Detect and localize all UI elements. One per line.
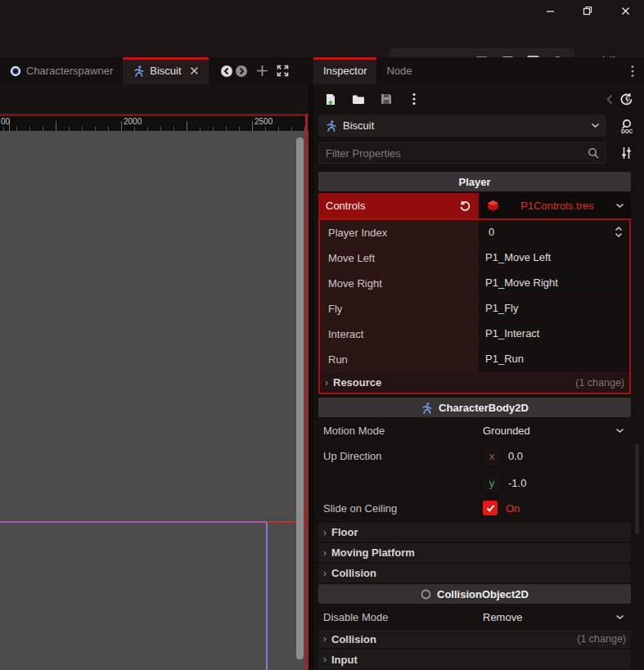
fold-row-input[interactable]: › Input xyxy=(318,650,631,669)
resource-cube-icon xyxy=(487,200,499,212)
fold-label: Moving Platform xyxy=(331,546,415,559)
expand-icon[interactable] xyxy=(277,65,289,77)
field-value: 0 xyxy=(489,226,494,238)
fold-row-moving-platform[interactable]: › Moving Platform xyxy=(318,543,631,562)
property-label: Controls xyxy=(326,200,365,212)
close-button[interactable] xyxy=(611,0,639,21)
chevron-down-icon xyxy=(591,123,600,128)
extra-options-icon xyxy=(620,146,633,160)
scene-tab-characterspawner[interactable]: Characterspawner xyxy=(0,57,123,84)
up-direction-x-spinbox[interactable]: x 0.0 xyxy=(479,447,631,465)
slide-on-ceiling-checkbox[interactable] xyxy=(483,501,498,515)
subresource-label-column: Player Index Move Left Move Right Fly In… xyxy=(320,220,479,372)
minimize-button[interactable] xyxy=(536,0,564,21)
object-history-button[interactable] xyxy=(613,92,639,106)
main-toolbar: Mobile xyxy=(0,21,644,57)
history-back-icon[interactable] xyxy=(606,94,613,105)
section-header-collisionobject2d[interactable]: CollisionObject2D xyxy=(318,584,631,604)
property-row-slide-on-ceiling: Slide on Ceiling On xyxy=(318,497,631,519)
minimize-icon xyxy=(546,7,555,16)
dropdown-value: Grounded xyxy=(483,425,530,437)
new-resource-button[interactable] xyxy=(318,88,343,110)
panel-menu-button[interactable] xyxy=(627,65,638,78)
change-badge: (1 change) xyxy=(577,633,626,645)
close-icon xyxy=(621,7,630,16)
property-row-disable-mode: Disable Mode Remove xyxy=(318,605,631,628)
property-label: Run xyxy=(320,347,479,372)
fold-row-floor[interactable]: › Floor xyxy=(318,523,631,542)
kebab-menu-icon xyxy=(412,92,416,106)
inspector-scrollbar[interactable] xyxy=(635,444,639,534)
field-value: P1_Interact xyxy=(485,327,540,339)
section-title: CharacterBody2D xyxy=(439,402,529,414)
revert-icon[interactable] xyxy=(459,200,471,212)
move-right-field[interactable]: P1_Move Right xyxy=(479,271,629,294)
maximize-icon xyxy=(583,6,592,16)
chevron-down-icon xyxy=(615,203,624,209)
character-body-icon xyxy=(325,119,337,132)
tab-node[interactable]: Node xyxy=(376,57,421,84)
controls-subresource-group: Player Index Move Left Move Right Fly In… xyxy=(318,218,631,394)
property-label: Move Left xyxy=(320,245,479,271)
axis-x-label: x xyxy=(483,447,501,465)
disable-mode-dropdown[interactable]: Remove xyxy=(479,611,631,623)
open-docs-icon: DOC xyxy=(619,119,634,134)
property-label: Player Index xyxy=(320,220,479,245)
extra-options-button[interactable] xyxy=(613,146,639,160)
canvas-vertical-scrollbar[interactable] xyxy=(296,137,304,659)
scene-tab-biscuit[interactable]: Biscuit xyxy=(123,57,208,84)
fold-label: Resource xyxy=(333,376,381,389)
canvas-background[interactable] xyxy=(0,131,308,670)
resource-fold-row[interactable]: › Resource (1 change) xyxy=(320,372,629,393)
up-direction-y-spinbox[interactable]: y -1.0 xyxy=(479,474,631,492)
open-docs-button[interactable]: DOC xyxy=(613,119,639,134)
close-tab-icon[interactable] xyxy=(190,66,199,75)
load-resource-icon xyxy=(352,94,365,105)
player-index-spinbox[interactable]: 0 xyxy=(479,220,629,243)
scene-tab-label: Biscuit xyxy=(150,65,181,77)
character-body-icon xyxy=(421,402,433,414)
tab-inspector[interactable]: Inspector xyxy=(313,57,376,84)
property-row-up-direction-y: y -1.0 xyxy=(318,470,631,497)
resource-menu-button[interactable] xyxy=(402,88,426,110)
object-history-icon xyxy=(619,92,633,106)
selection-line-vertical xyxy=(305,114,308,670)
maximize-button[interactable] xyxy=(574,0,601,21)
spinner-updown-icon[interactable] xyxy=(615,227,623,237)
fold-arrow-icon: › xyxy=(323,568,327,579)
section-header-characterbody2d[interactable]: CharacterBody2D xyxy=(318,398,631,417)
filter-properties-input[interactable] xyxy=(326,147,588,160)
horizontal-ruler: 00 2000 2500 xyxy=(0,116,308,131)
canvas-2d-viewport[interactable]: 00 2000 2500 xyxy=(0,84,308,670)
fold-arrow-icon: › xyxy=(323,547,327,559)
load-resource-button[interactable] xyxy=(346,88,371,110)
axis-x-value: 0.0 xyxy=(508,450,523,462)
fold-label: Floor xyxy=(331,526,358,538)
fold-label: Collision xyxy=(331,633,376,645)
fly-field[interactable]: P1_Fly xyxy=(479,296,629,319)
motion-mode-dropdown[interactable]: Grounded xyxy=(479,425,631,437)
save-resource-button[interactable] xyxy=(374,88,399,110)
interact-field[interactable]: P1_Interact xyxy=(479,322,629,344)
field-value: P1_Move Right xyxy=(485,277,558,289)
object-selector[interactable]: Biscuit xyxy=(318,115,606,137)
fold-row-collision[interactable]: › Collision xyxy=(318,564,631,582)
search-icon xyxy=(588,147,599,159)
add-tab-icon[interactable] xyxy=(256,65,268,77)
property-row-controls: Controls P1Controls.tres xyxy=(318,193,631,218)
property-label: Disable Mode xyxy=(318,611,479,623)
tab-back-icon[interactable] xyxy=(220,65,233,78)
filter-properties-box[interactable] xyxy=(318,142,606,164)
section-header-player[interactable]: Player xyxy=(318,172,631,191)
controls-resource-picker[interactable]: P1Controls.tres xyxy=(480,193,631,218)
fold-arrow-icon: › xyxy=(323,527,327,538)
kebab-menu-icon xyxy=(627,65,638,78)
tab-forward-icon[interactable] xyxy=(235,65,248,78)
fold-label: Collision xyxy=(331,567,376,579)
inspector-panel: Biscuit DOC Player Controls P1Controls.t… xyxy=(313,84,644,670)
property-label: Up Direction xyxy=(318,450,479,462)
run-field[interactable]: P1_Run xyxy=(479,347,629,370)
checkbox-state-label: On xyxy=(506,502,520,515)
fold-row-collision-2[interactable]: › Collision (1 change) xyxy=(318,630,631,648)
move-left-field[interactable]: P1_Move Left xyxy=(479,245,629,268)
